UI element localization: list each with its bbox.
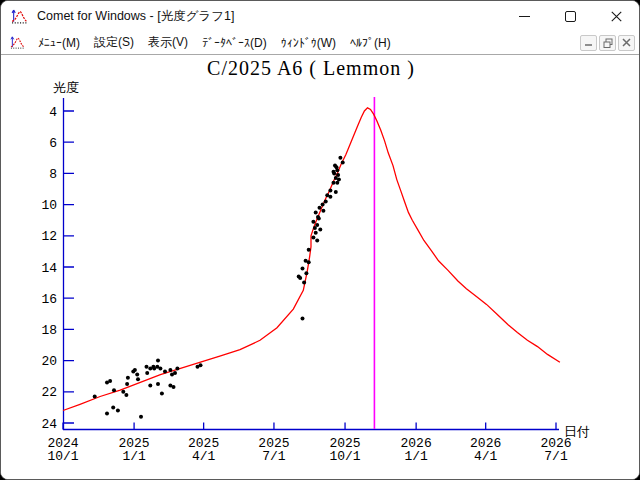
- observation-point: [108, 379, 112, 383]
- mdi-close-button[interactable]: [618, 35, 635, 51]
- light-curve-plot: 4681012141618202224202410/120251/120254/…: [1, 55, 639, 479]
- observation-point: [173, 371, 177, 375]
- chart-area: C/2025 A6 ( Lemmon ) 光度 日付 4681012141618…: [1, 55, 639, 479]
- title-bar: Comet for Windows - [光度グラフ1]: [1, 1, 639, 31]
- minimize-icon: [519, 16, 530, 17]
- observation-point: [158, 366, 162, 370]
- observation-point: [112, 388, 116, 392]
- y-tick-label: 14: [41, 261, 57, 276]
- observation-point: [121, 390, 125, 394]
- mdi-restore-button[interactable]: [599, 35, 616, 51]
- maximize-button[interactable]: [547, 1, 593, 31]
- menu-item-menu[interactable]: ﾒﾆｭｰ(M): [31, 33, 87, 53]
- observation-point: [311, 235, 315, 239]
- observation-point: [336, 173, 340, 177]
- observation-point: [302, 281, 306, 285]
- observation-point: [328, 189, 332, 193]
- x-tick-date: 4/1: [192, 449, 216, 464]
- observation-point: [298, 276, 302, 280]
- x-tick-date: 10/1: [47, 449, 78, 464]
- mdi-window-buttons: [580, 35, 635, 51]
- observation-point: [156, 382, 160, 386]
- observation-point: [328, 195, 332, 199]
- observation-point: [105, 412, 109, 416]
- x-tick-date: 1/1: [404, 449, 428, 464]
- observation-point: [199, 363, 203, 367]
- observation-point: [314, 231, 318, 235]
- close-icon: [611, 11, 622, 22]
- menu-item-window[interactable]: ｳｨﾝﾄﾞｳ(W): [274, 33, 343, 53]
- y-tick-label: 4: [49, 105, 57, 120]
- observation-point: [307, 248, 311, 252]
- observation-point: [145, 365, 149, 369]
- mdi-restore-icon: [603, 38, 613, 48]
- observation-point: [301, 317, 305, 321]
- y-tick-label: 8: [49, 167, 57, 182]
- mdi-minimize-icon: [584, 38, 593, 47]
- window-title: Comet for Windows - [光度グラフ1]: [37, 8, 234, 25]
- observation-point: [301, 267, 305, 271]
- close-button[interactable]: [593, 1, 639, 31]
- observation-point: [332, 171, 336, 175]
- y-tick-label: 10: [41, 198, 57, 213]
- observation-point: [314, 210, 318, 214]
- y-tick-label: 12: [41, 229, 57, 244]
- observation-point: [324, 200, 328, 204]
- observation-point: [93, 395, 97, 399]
- app-window: Comet for Windows - [光度グラフ1] ﾒﾆｭｰ(M) 設定(…: [0, 0, 640, 480]
- y-tick-label: 24: [41, 417, 57, 432]
- observation-point: [315, 239, 319, 243]
- observation-point: [136, 377, 140, 381]
- observation-point: [341, 161, 345, 165]
- mdi-close-icon: [622, 38, 631, 47]
- observation-point: [148, 384, 152, 388]
- observation-point: [116, 409, 120, 413]
- observation-point: [145, 371, 149, 375]
- x-tick-date: 10/1: [329, 449, 360, 464]
- observation-point: [175, 366, 179, 370]
- observation-point: [337, 178, 341, 182]
- observation-point: [156, 359, 160, 363]
- observation-point: [125, 382, 129, 386]
- observation-point: [139, 415, 143, 419]
- observation-point: [133, 368, 137, 372]
- observation-point: [321, 209, 325, 213]
- maximize-icon: [565, 11, 576, 22]
- observation-point: [168, 368, 172, 372]
- observation-point: [126, 376, 130, 380]
- menu-item-database[interactable]: ﾃﾞｰﾀﾍﾞｰｽ(D): [195, 33, 274, 53]
- minimize-button[interactable]: [501, 1, 547, 31]
- observation-point: [160, 391, 164, 395]
- observation-point: [338, 156, 342, 160]
- observation-point: [124, 393, 128, 397]
- y-tick-label: 22: [41, 385, 57, 400]
- observation-point: [307, 260, 311, 264]
- menu-item-help[interactable]: ﾍﾙﾌﾟ(H): [343, 33, 398, 53]
- y-tick-label: 6: [49, 136, 57, 151]
- observation-point: [304, 271, 308, 275]
- observation-point: [317, 217, 321, 221]
- mdi-minimize-button[interactable]: [580, 35, 597, 51]
- menu-item-view[interactable]: 表示(V): [141, 31, 195, 54]
- observation-point: [135, 373, 139, 377]
- document-window-icon[interactable]: [10, 35, 25, 50]
- menu-item-settings[interactable]: 設定(S): [87, 31, 141, 54]
- y-tick-label: 16: [41, 292, 57, 307]
- observation-point: [318, 206, 322, 210]
- x-tick-date: 7/1: [544, 449, 568, 464]
- x-tick-date: 7/1: [262, 449, 286, 464]
- observation-point: [321, 203, 325, 207]
- x-tick-date: 1/1: [122, 449, 146, 464]
- observation-point: [335, 168, 339, 172]
- observation-point: [163, 370, 167, 374]
- observation-point: [315, 223, 319, 227]
- observation-point: [332, 181, 336, 185]
- menu-bar: ﾒﾆｭｰ(M) 設定(S) 表示(V) ﾃﾞｰﾀﾍﾞｰｽ(D) ｳｨﾝﾄﾞｳ(W…: [1, 31, 639, 55]
- model-curve: [63, 108, 560, 411]
- y-tick-label: 18: [41, 323, 57, 338]
- caption-buttons: [501, 1, 639, 31]
- observation-point: [172, 385, 176, 389]
- observation-point: [318, 228, 322, 232]
- observation-point: [334, 190, 338, 194]
- app-icon: [11, 8, 28, 25]
